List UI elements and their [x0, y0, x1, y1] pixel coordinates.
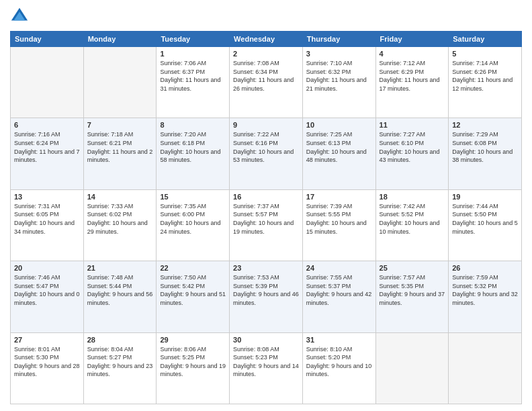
calendar-week-row: 20Sunrise: 7:46 AMSunset: 5:47 PMDayligh…: [11, 261, 522, 332]
day-number: 4: [380, 50, 445, 58]
day-info: Sunrise: 7:48 AMSunset: 5:44 PMDaylight:…: [87, 273, 153, 307]
day-number: 8: [160, 121, 226, 129]
calendar-day-cell: 5Sunrise: 7:14 AMSunset: 6:26 PMDaylight…: [449, 47, 522, 118]
day-number: 31: [306, 336, 372, 344]
calendar-week-row: 13Sunrise: 7:31 AMSunset: 6:05 PMDayligh…: [11, 189, 522, 261]
page: SundayMondayTuesdayWednesdayThursdayFrid…: [0, 0, 532, 411]
day-info: Sunrise: 7:37 AMSunset: 5:57 PMDaylight:…: [233, 202, 299, 236]
day-number: 28: [87, 336, 153, 344]
calendar-day-cell: 31Sunrise: 8:10 AMSunset: 5:20 PMDayligh…: [302, 332, 375, 404]
day-info: Sunrise: 7:27 AMSunset: 6:10 PMDaylight:…: [380, 130, 445, 164]
day-info: Sunrise: 7:55 AMSunset: 5:37 PMDaylight:…: [306, 273, 372, 307]
day-info: Sunrise: 7:25 AMSunset: 6:13 PMDaylight:…: [306, 130, 372, 164]
calendar-week-row: 6Sunrise: 7:16 AMSunset: 6:24 PMDaylight…: [11, 118, 522, 189]
day-number: 14: [87, 193, 153, 201]
day-of-week-header: Sunday: [11, 32, 84, 47]
calendar-day-cell: 24Sunrise: 7:55 AMSunset: 5:37 PMDayligh…: [302, 261, 375, 332]
calendar-day-cell: [449, 332, 522, 404]
day-number: 2: [233, 50, 299, 58]
header: [10, 7, 522, 26]
day-info: Sunrise: 7:42 AMSunset: 5:52 PMDaylight:…: [380, 202, 445, 236]
day-number: 18: [380, 193, 445, 201]
day-info: Sunrise: 7:46 AMSunset: 5:47 PMDaylight:…: [14, 273, 80, 307]
calendar-day-cell: [375, 332, 449, 404]
calendar-day-cell: 3Sunrise: 7:10 AMSunset: 6:32 PMDaylight…: [302, 47, 375, 118]
calendar-day-cell: 9Sunrise: 7:22 AMSunset: 6:16 PMDaylight…: [230, 118, 303, 189]
day-of-week-header: Friday: [375, 32, 449, 47]
calendar-day-cell: 30Sunrise: 8:08 AMSunset: 5:23 PMDayligh…: [230, 332, 303, 404]
day-number: 13: [14, 193, 80, 201]
day-info: Sunrise: 7:59 AMSunset: 5:32 PMDaylight:…: [452, 273, 518, 307]
day-number: 30: [233, 336, 299, 344]
day-info: Sunrise: 7:22 AMSunset: 6:16 PMDaylight:…: [233, 130, 299, 164]
day-of-week-header: Monday: [83, 32, 157, 47]
day-of-week-header: Wednesday: [230, 32, 303, 47]
calendar-day-cell: 20Sunrise: 7:46 AMSunset: 5:47 PMDayligh…: [11, 261, 84, 332]
day-info: Sunrise: 7:10 AMSunset: 6:32 PMDaylight:…: [306, 59, 372, 93]
day-info: Sunrise: 7:08 AMSunset: 6:34 PMDaylight:…: [233, 59, 299, 93]
day-number: 11: [380, 121, 445, 129]
logo-icon: [10, 7, 29, 26]
day-info: Sunrise: 7:14 AMSunset: 6:26 PMDaylight:…: [452, 59, 518, 93]
day-number: 6: [14, 121, 80, 129]
day-info: Sunrise: 7:33 AMSunset: 6:02 PMDaylight:…: [87, 202, 153, 236]
day-number: 20: [14, 264, 80, 272]
calendar-day-cell: 19Sunrise: 7:44 AMSunset: 5:50 PMDayligh…: [449, 189, 522, 261]
day-info: Sunrise: 7:20 AMSunset: 6:18 PMDaylight:…: [160, 130, 226, 164]
calendar-day-cell: 23Sunrise: 7:53 AMSunset: 5:39 PMDayligh…: [230, 261, 303, 332]
day-number: 9: [233, 121, 299, 129]
day-number: 22: [160, 264, 226, 272]
day-info: Sunrise: 8:06 AMSunset: 5:25 PMDaylight:…: [160, 345, 226, 379]
calendar-day-cell: 18Sunrise: 7:42 AMSunset: 5:52 PMDayligh…: [375, 189, 449, 261]
calendar-day-cell: 17Sunrise: 7:39 AMSunset: 5:55 PMDayligh…: [302, 189, 375, 261]
calendar-day-cell: 14Sunrise: 7:33 AMSunset: 6:02 PMDayligh…: [83, 189, 157, 261]
day-info: Sunrise: 7:35 AMSunset: 6:00 PMDaylight:…: [160, 202, 226, 236]
day-info: Sunrise: 7:44 AMSunset: 5:50 PMDaylight:…: [452, 202, 518, 236]
day-number: 16: [233, 193, 299, 201]
calendar-day-cell: 12Sunrise: 7:29 AMSunset: 6:08 PMDayligh…: [449, 118, 522, 189]
day-number: 17: [306, 193, 372, 201]
calendar-table: SundayMondayTuesdayWednesdayThursdayFrid…: [10, 31, 522, 404]
calendar-day-cell: 26Sunrise: 7:59 AMSunset: 5:32 PMDayligh…: [449, 261, 522, 332]
calendar-day-cell: 21Sunrise: 7:48 AMSunset: 5:44 PMDayligh…: [83, 261, 157, 332]
day-of-week-header: Tuesday: [157, 32, 230, 47]
day-info: Sunrise: 7:12 AMSunset: 6:29 PMDaylight:…: [380, 59, 445, 93]
calendar-day-cell: 1Sunrise: 7:06 AMSunset: 6:37 PMDaylight…: [157, 47, 230, 118]
calendar-day-cell: 8Sunrise: 7:20 AMSunset: 6:18 PMDaylight…: [157, 118, 230, 189]
day-of-week-header: Thursday: [302, 32, 375, 47]
day-info: Sunrise: 8:08 AMSunset: 5:23 PMDaylight:…: [233, 345, 299, 379]
day-number: 10: [306, 121, 372, 129]
day-info: Sunrise: 8:01 AMSunset: 5:30 PMDaylight:…: [14, 345, 80, 379]
day-info: Sunrise: 7:16 AMSunset: 6:24 PMDaylight:…: [14, 130, 80, 164]
day-info: Sunrise: 7:50 AMSunset: 5:42 PMDaylight:…: [160, 273, 226, 307]
day-number: 7: [87, 121, 153, 129]
calendar-day-cell: 15Sunrise: 7:35 AMSunset: 6:00 PMDayligh…: [157, 189, 230, 261]
day-number: 21: [87, 264, 153, 272]
calendar-day-cell: 16Sunrise: 7:37 AMSunset: 5:57 PMDayligh…: [230, 189, 303, 261]
day-number: 24: [306, 264, 372, 272]
calendar-day-cell: 25Sunrise: 7:57 AMSunset: 5:35 PMDayligh…: [375, 261, 449, 332]
day-info: Sunrise: 8:10 AMSunset: 5:20 PMDaylight:…: [306, 345, 372, 379]
day-info: Sunrise: 7:39 AMSunset: 5:55 PMDaylight:…: [306, 202, 372, 236]
day-number: 1: [160, 50, 226, 58]
calendar-day-cell: 10Sunrise: 7:25 AMSunset: 6:13 PMDayligh…: [302, 118, 375, 189]
calendar-week-row: 1Sunrise: 7:06 AMSunset: 6:37 PMDaylight…: [11, 47, 522, 118]
day-of-week-header: Saturday: [449, 32, 522, 47]
day-number: 12: [452, 121, 518, 129]
calendar-day-cell: 11Sunrise: 7:27 AMSunset: 6:10 PMDayligh…: [375, 118, 449, 189]
calendar-day-cell: [11, 47, 84, 118]
day-info: Sunrise: 7:06 AMSunset: 6:37 PMDaylight:…: [160, 59, 226, 93]
day-number: 3: [306, 50, 372, 58]
logo: [10, 7, 32, 26]
day-number: 27: [14, 336, 80, 344]
calendar-day-cell: 4Sunrise: 7:12 AMSunset: 6:29 PMDaylight…: [375, 47, 449, 118]
day-info: Sunrise: 8:04 AMSunset: 5:27 PMDaylight:…: [87, 345, 153, 379]
day-number: 29: [160, 336, 226, 344]
calendar-day-cell: 2Sunrise: 7:08 AMSunset: 6:34 PMDaylight…: [230, 47, 303, 118]
day-number: 23: [233, 264, 299, 272]
calendar-day-cell: 6Sunrise: 7:16 AMSunset: 6:24 PMDaylight…: [11, 118, 84, 189]
calendar-day-cell: 22Sunrise: 7:50 AMSunset: 5:42 PMDayligh…: [157, 261, 230, 332]
day-info: Sunrise: 7:57 AMSunset: 5:35 PMDaylight:…: [380, 273, 445, 307]
calendar-day-cell: 29Sunrise: 8:06 AMSunset: 5:25 PMDayligh…: [157, 332, 230, 404]
day-info: Sunrise: 7:53 AMSunset: 5:39 PMDaylight:…: [233, 273, 299, 307]
